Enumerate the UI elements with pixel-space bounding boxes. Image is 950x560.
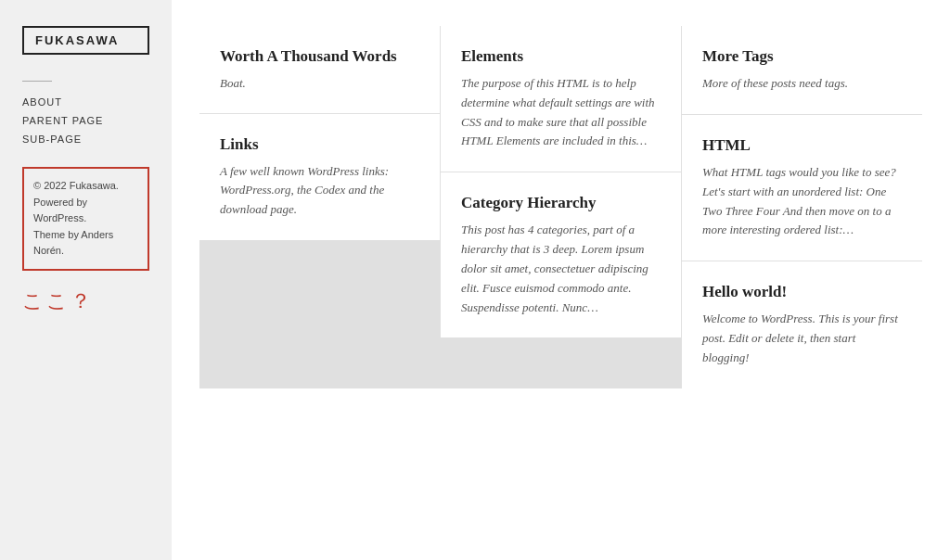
footer-theme: Theme by Anders Norén.	[33, 229, 113, 257]
main-content: Worth A Thousand Words Boat. Links A few…	[172, 0, 950, 560]
nav-link-about[interactable]: ABOUT	[22, 96, 62, 108]
main-nav: ABOUT PARENT PAGE SUB-PAGE	[22, 95, 149, 146]
sidebar-divider	[22, 81, 52, 82]
post-card-links: Links A few well known WordPress links: …	[199, 114, 440, 240]
post-excerpt: More of these posts need tags.	[702, 74, 902, 94]
post-excerpt: This post has 4 categories, part of a hi…	[461, 221, 661, 317]
japanese-text: ここ？	[22, 287, 149, 315]
post-card-hello-world: Hello world! Welcome to WordPress. This …	[682, 261, 922, 388]
post-card-category-hierarchy: Category Hierarchy This post has 4 categ…	[441, 172, 681, 337]
post-excerpt: The purpose of this HTML is to help dete…	[461, 74, 661, 151]
post-title[interactable]: Links	[220, 134, 419, 155]
post-card-worth-a-thousand-words: Worth A Thousand Words Boat.	[199, 26, 440, 113]
sidebar: FUKASAWA ABOUT PARENT PAGE SUB-PAGE © 20…	[0, 0, 172, 560]
nav-item-about[interactable]: ABOUT	[22, 95, 149, 109]
footer-copyright: © 2022 Fukasawa.	[33, 180, 119, 191]
post-title[interactable]: Category Hierarchy	[461, 193, 661, 213]
posts-column-0: Worth A Thousand Words Boat. Links A few…	[199, 26, 440, 388]
posts-column-1: Elements The purpose of this HTML is to …	[441, 26, 681, 388]
nav-menu: ABOUT PARENT PAGE SUB-PAGE	[22, 95, 149, 146]
post-excerpt: Welcome to WordPress. This is your first…	[702, 310, 902, 367]
posts-grid: Worth A Thousand Words Boat. Links A few…	[199, 26, 922, 388]
post-title[interactable]: Hello world!	[702, 282, 902, 302]
post-subtitle: Boat.	[220, 74, 419, 93]
post-title[interactable]: HTML	[702, 135, 902, 156]
post-card-html: HTML What HTML tags would you like to se…	[682, 115, 922, 261]
nav-link-sub-page[interactable]: SUB-PAGE	[22, 134, 82, 145]
post-card-elements: Elements The purpose of this HTML is to …	[441, 26, 681, 172]
sidebar-footer: © 2022 Fukasawa. Powered by WordPress. T…	[22, 167, 149, 271]
nav-link-parent-page[interactable]: PARENT PAGE	[22, 115, 103, 126]
site-title[interactable]: FUKASAWA	[22, 26, 149, 55]
post-card-more-tags: More Tags More of these posts need tags.	[682, 26, 922, 114]
post-excerpt: What HTML tags would you like to see? Le…	[702, 163, 902, 240]
nav-item-parent-page[interactable]: PARENT PAGE	[22, 113, 149, 128]
posts-column-2: More Tags More of these posts need tags.…	[682, 26, 922, 388]
nav-item-sub-page[interactable]: SUB-PAGE	[22, 132, 149, 146]
post-title[interactable]: Elements	[461, 46, 661, 67]
post-excerpt: A few well known WordPress links: WordPr…	[220, 162, 419, 220]
footer-powered: Powered by WordPress.	[33, 197, 87, 224]
post-title[interactable]: Worth A Thousand Words	[220, 46, 419, 67]
post-title[interactable]: More Tags	[702, 46, 902, 67]
